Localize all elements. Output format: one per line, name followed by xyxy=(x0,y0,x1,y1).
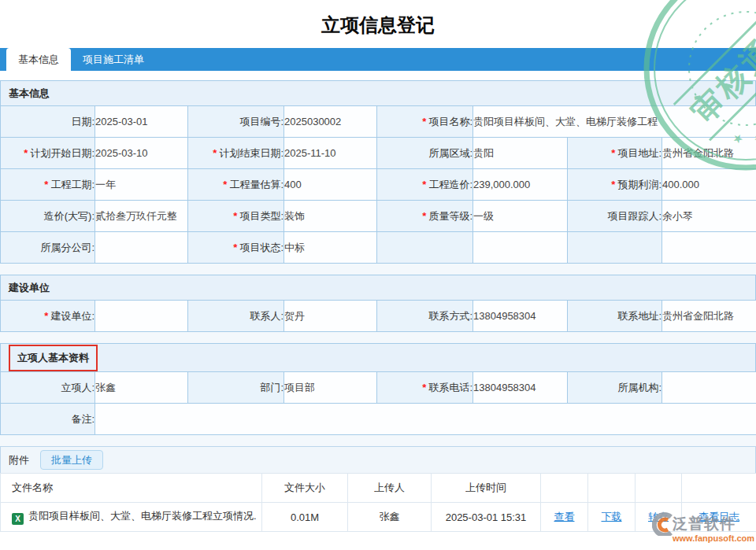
field-value-duration: 一年 xyxy=(95,169,188,201)
field-label-cost-in-words: 造价(大写): xyxy=(1,201,95,232)
col-header-action xyxy=(636,474,682,503)
field-value-date: 2025-03-01 xyxy=(95,106,188,138)
empty-value-cell xyxy=(662,232,756,264)
field-label: 日期: xyxy=(71,116,94,127)
save-as-link[interactable]: 转存 xyxy=(648,511,669,522)
field-label: 质量等级: xyxy=(428,210,472,222)
field-value-address: 贵州省金阳北路 xyxy=(662,138,756,169)
field-label-contact-method: 联系方式: xyxy=(377,301,473,332)
col-header-uploader: 上传人 xyxy=(348,474,432,503)
field-value-construction-unit xyxy=(95,301,188,332)
field-label-project-status: *项目状态: xyxy=(188,232,284,264)
field-label-plan-end: *计划结束日期: xyxy=(188,138,284,169)
field-label: 项目类型: xyxy=(239,210,284,222)
required-mark: * xyxy=(233,210,237,222)
field-label: 联系方式: xyxy=(428,310,472,322)
col-header-action xyxy=(682,474,756,503)
required-mark: * xyxy=(213,147,217,159)
attachment-uploader: 张鑫 xyxy=(348,503,432,532)
field-label-cost: *工程造价: xyxy=(377,169,473,201)
tab-construction-list[interactable]: 项目施工清单 xyxy=(71,48,156,71)
table-row: *工程工期: 一年 *工程量估算: 400 *工程造价: 239,000.000… xyxy=(1,169,756,201)
field-label: 联系地址: xyxy=(617,310,662,322)
required-mark: * xyxy=(422,382,426,393)
download-link[interactable]: 下载 xyxy=(602,511,622,522)
field-value-founder: 张鑫 xyxy=(95,372,188,404)
field-value-contact-method: 13804958304 xyxy=(473,301,568,332)
field-label-address: *项目地址: xyxy=(568,138,662,169)
attachment-file-size: 0.01M xyxy=(262,503,348,532)
field-label-project-name: *项目名称: xyxy=(377,106,473,138)
highlight-red-box: 立项人基本资料 xyxy=(9,345,98,371)
field-value-cost-in-words: 贰拾叁万玖仟元整 xyxy=(95,201,188,232)
field-value-project-status: 中标 xyxy=(284,232,377,264)
field-label-contact-person: 联系人: xyxy=(188,301,284,332)
section-title: 附件 xyxy=(9,453,29,467)
field-value-project-no: 2025030002 xyxy=(284,106,377,138)
table-row: 所属分公司: *项目状态: 中标 xyxy=(1,232,756,264)
field-value-quantity-estimate: 400 xyxy=(284,169,377,201)
required-mark: * xyxy=(233,242,237,253)
field-label-date: 日期: xyxy=(1,106,95,138)
col-header-action xyxy=(588,474,636,503)
field-value-project-name: 贵阳项目样板间、大堂、电梯厅装修工程 xyxy=(473,106,756,138)
spacer xyxy=(0,435,756,446)
field-label-remarks: 备注: xyxy=(1,404,95,435)
required-mark: * xyxy=(44,310,48,322)
field-label-region: 所属区域: xyxy=(377,138,473,169)
field-label: 计划开始日期: xyxy=(30,147,94,159)
page-title: 立项信息登记 xyxy=(0,0,756,48)
col-header-upload-time: 上传时间 xyxy=(432,474,541,503)
empty-value-cell xyxy=(473,232,568,264)
field-value-tracker: 余小琴 xyxy=(662,201,756,232)
field-value-department: 项目部 xyxy=(284,372,377,404)
field-label: 项目名称: xyxy=(428,116,472,127)
excel-file-icon: X xyxy=(12,513,24,525)
view-link[interactable]: 查看 xyxy=(554,511,575,522)
section-header-attachments: 附件 批量上传 xyxy=(0,446,756,473)
field-value-expected-profit: 400.000 xyxy=(662,169,756,201)
section-title: 立项人基本资料 xyxy=(17,352,89,364)
table-row: 造价(大写): 贰拾叁万玖仟元整 *项目类型: 装饰 *质量等级: 一级 项目跟… xyxy=(1,201,756,232)
field-label: 预期利润: xyxy=(617,179,662,190)
field-label-contact-phone: *联系电话: xyxy=(377,372,473,404)
spacer xyxy=(0,264,756,275)
spacer xyxy=(0,71,756,80)
founder-info-table: 立项人: 张鑫 部门: 项目部 *联系电话: 13804958304 所属机构:… xyxy=(0,371,756,435)
section-title: 基本信息 xyxy=(9,87,50,101)
construction-unit-table: *建设单位: 联系人: 贺丹 联系方式: 13804958304 联系地址: 贵… xyxy=(0,300,756,332)
attachment-file-name: X贵阳项目样板间、大堂、电梯厅装修工程立项情况. xyxy=(1,503,262,532)
col-header-file-size: 文件大小 xyxy=(262,474,348,503)
required-mark: * xyxy=(44,179,48,190)
required-mark: * xyxy=(422,116,426,127)
attachment-row: X贵阳项目样板间、大堂、电梯厅装修工程立项情况. 0.01M 张鑫 2025-0… xyxy=(1,503,756,532)
view-log-link[interactable]: 查看日志 xyxy=(699,511,739,522)
batch-upload-button[interactable]: 批量上传 xyxy=(40,450,103,470)
tab-bar: 基本信息 项目施工清单 xyxy=(0,48,756,71)
vendor-url: www.fanpusoft.com xyxy=(673,533,756,543)
field-value-plan-end: 2025-11-10 xyxy=(284,138,377,169)
field-value-quality-grade: 一级 xyxy=(473,201,568,232)
table-row: 立项人: 张鑫 部门: 项目部 *联系电话: 13804958304 所属机构: xyxy=(1,372,756,404)
tab-basic-info[interactable]: 基本信息 xyxy=(6,48,71,71)
required-mark: * xyxy=(24,147,28,159)
form-content: 基本信息 日期: 2025-03-01 项目编号: 2025030002 *项目… xyxy=(0,80,756,518)
basic-info-table: 日期: 2025-03-01 项目编号: 2025030002 *项目名称: 贵… xyxy=(0,105,756,264)
table-row: 备注: xyxy=(1,404,756,435)
spacer xyxy=(0,332,756,343)
field-label: 所属分公司: xyxy=(40,242,94,253)
section-header-founder-info: 立项人基本资料 xyxy=(0,343,756,371)
field-value-region: 贵阳 xyxy=(473,138,568,169)
field-label-organization: 所属机构: xyxy=(568,372,662,404)
empty-label-cell xyxy=(568,232,662,264)
required-mark: * xyxy=(422,210,426,222)
field-value-branch-company xyxy=(95,232,188,264)
field-value-contact-person: 贺丹 xyxy=(284,301,377,332)
field-value-remarks xyxy=(95,404,756,435)
field-label-expected-profit: *预期利润: xyxy=(568,169,662,201)
field-label: 所属区域: xyxy=(428,147,472,159)
field-label: 部门: xyxy=(260,382,284,393)
field-value-organization xyxy=(662,372,756,404)
table-row: *建设单位: 联系人: 贺丹 联系方式: 13804958304 联系地址: 贵… xyxy=(1,301,756,332)
field-label: 立项人: xyxy=(61,382,94,393)
